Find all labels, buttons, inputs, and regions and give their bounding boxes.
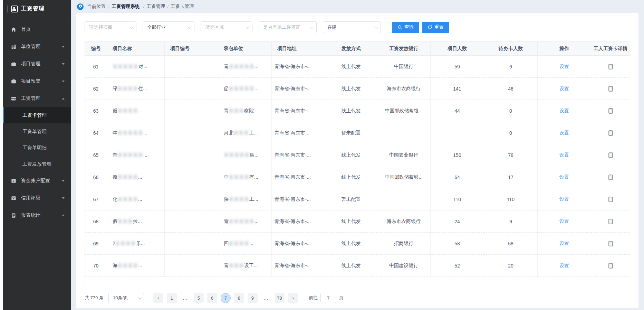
page-button-9[interactable]: 9 bbox=[248, 293, 258, 303]
sidebar-item-wage[interactable]: 工资管理 bbox=[3, 90, 71, 107]
breadcrumb-separator: / bbox=[143, 4, 145, 9]
sidebar-item-project[interactable]: 项目管理 bbox=[3, 55, 71, 73]
sidebar-item-credit[interactable]: 信用评级 bbox=[3, 189, 71, 207]
column-header: 工人工资卡详情 bbox=[591, 42, 630, 56]
cell-address: 青海省-海东市-... bbox=[272, 210, 325, 233]
sidebar-item-fund[interactable]: 资金账户配置 bbox=[3, 172, 71, 189]
cell-pending-cards: 6 bbox=[484, 56, 538, 78]
page-button-1[interactable]: 1 bbox=[167, 293, 177, 303]
page-button-78[interactable]: 78 bbox=[275, 293, 285, 303]
breadcrumb-item-1[interactable]: 工资管理 bbox=[146, 3, 165, 10]
breadcrumb-item-2[interactable]: 工资卡管理 bbox=[171, 3, 194, 10]
sidebar-item-report[interactable]: 报表统计 bbox=[3, 207, 71, 224]
caret-down-icon bbox=[62, 215, 65, 216]
breadcrumb-root[interactable]: 工资管理系统 bbox=[112, 3, 140, 10]
page-button-6[interactable]: 6 bbox=[207, 293, 217, 303]
sidebar-subitem[interactable]: 工资单明细 bbox=[3, 140, 71, 156]
wage-card-detail-icon[interactable] bbox=[608, 219, 613, 224]
wage-card-detail-icon[interactable] bbox=[608, 130, 613, 136]
sidebar-item-warning[interactable]: 项目预警 bbox=[3, 73, 71, 90]
page-button-5[interactable]: 5 bbox=[194, 293, 204, 303]
settings-link[interactable]: 设置 bbox=[559, 152, 569, 158]
cell-pending-cards: 0 bbox=[484, 100, 538, 122]
filter-select-2[interactable]: 全部行业 bbox=[143, 21, 194, 33]
sidebar-item-home[interactable]: 首页 bbox=[3, 21, 71, 38]
wage-card-detail-icon[interactable] bbox=[608, 86, 613, 92]
settings-link[interactable]: 设置 bbox=[559, 108, 569, 113]
settings-link[interactable]: 设置 bbox=[559, 196, 569, 202]
column-header: 项目地址 bbox=[272, 42, 325, 56]
wage-card-detail-icon[interactable] bbox=[608, 197, 613, 202]
cell-contractor-prefix: 四 bbox=[224, 241, 229, 246]
cell-action: 设置 bbox=[538, 233, 591, 255]
goto-page-input[interactable] bbox=[320, 293, 336, 303]
cell-project-name-redacted: 某某某 bbox=[117, 218, 133, 224]
cell-people-count: 58 bbox=[431, 233, 484, 255]
sidebar-subitem[interactable]: 工资单管理 bbox=[3, 123, 71, 140]
ellipsis-pages[interactable]: ... bbox=[180, 293, 190, 303]
cell-people-count: 110 bbox=[431, 188, 484, 210]
filter-select-4[interactable]: 是否有施工许可证 bbox=[259, 21, 317, 33]
filter-bar: 请选择项目全部行业所选区域是否有施工许可证在建 查询 重置 bbox=[85, 21, 630, 33]
breadcrumb-prefix: 当前位置： bbox=[87, 3, 110, 10]
cell-project-name-suffix: 对... bbox=[138, 64, 147, 69]
settings-link[interactable]: 设置 bbox=[559, 218, 569, 224]
sidebar-subitem[interactable]: 工资卡管理 bbox=[3, 107, 71, 123]
filter-select-3[interactable]: 所选区域 bbox=[201, 21, 252, 33]
column-header: 项目名称 bbox=[107, 42, 165, 56]
cell-contractor-redacted: 某某某某某 bbox=[229, 86, 254, 91]
cell-project-name: 青某某某某某... bbox=[107, 144, 165, 166]
sidebar-item-unit[interactable]: 单位管理 bbox=[3, 38, 71, 55]
page-button-8[interactable]: 8 bbox=[234, 293, 244, 303]
settings-link[interactable]: 设置 bbox=[559, 86, 569, 91]
caret-down-icon bbox=[62, 81, 65, 82]
column-header: 项目编号 bbox=[165, 42, 218, 56]
prev-page-button[interactable]: ‹ bbox=[153, 293, 163, 303]
cell-contractor-prefix: 青 bbox=[224, 108, 229, 113]
wage-card-detail-icon[interactable] bbox=[608, 152, 613, 158]
filter-select-1[interactable]: 请选择项目 bbox=[85, 21, 136, 33]
page-size-value: 10条/页 bbox=[113, 295, 128, 301]
wage-card-detail-icon[interactable] bbox=[608, 108, 613, 114]
search-button-label: 查询 bbox=[404, 24, 414, 30]
cell-project-name-suffix: 拉... bbox=[133, 218, 142, 224]
cell-project-name-redacted: 某某某某某 bbox=[117, 152, 143, 158]
cell-contractor-redacted: 某某某某 bbox=[229, 241, 249, 246]
ellipsis-pages[interactable]: ... bbox=[261, 293, 271, 303]
filter-select-5[interactable]: 在建 bbox=[323, 21, 381, 33]
wage-card-detail-icon[interactable] bbox=[608, 263, 613, 269]
cell-project-name-prefix: 海 bbox=[113, 263, 117, 268]
table-row: 65青某某某某某...某某某某某集...青海省-海东市-...线上代发中国农业银… bbox=[85, 144, 630, 166]
reset-button[interactable]: 重置 bbox=[422, 22, 449, 33]
cell-contractor-suffix: 设工... bbox=[244, 263, 258, 268]
next-page-button[interactable]: › bbox=[288, 293, 298, 303]
cell-pending-cards: 58 bbox=[484, 233, 538, 255]
cell-people-count bbox=[431, 122, 484, 144]
wage-card-detail-icon[interactable] bbox=[608, 241, 613, 246]
wage-card-detail-icon[interactable] bbox=[608, 175, 613, 180]
cell-contractor-prefix: 促 bbox=[224, 86, 229, 91]
chevron-down-icon bbox=[188, 25, 192, 29]
sidebar-subitem[interactable]: 工资发放管理 bbox=[3, 156, 71, 172]
page-button-7[interactable]: 7 bbox=[221, 293, 231, 303]
cell-project-name-suffix: 乐... bbox=[136, 241, 145, 246]
search-button[interactable]: 查询 bbox=[392, 22, 419, 33]
cell-bank bbox=[377, 188, 431, 210]
settings-link[interactable]: 设置 bbox=[559, 64, 569, 69]
cell-contractor-suffix: 工... bbox=[249, 196, 258, 202]
building-icon bbox=[10, 44, 17, 50]
cell-people-count: 52 bbox=[431, 255, 484, 277]
sidebar-subitem-label: 工资卡管理 bbox=[22, 112, 47, 119]
settings-link[interactable]: 设置 bbox=[559, 263, 569, 268]
settings-link[interactable]: 设置 bbox=[559, 241, 569, 246]
table-header-row: 编号项目名称项目编号承包单位项目地址发放方式工资发放银行项目人数待办卡人数操作工… bbox=[85, 42, 630, 56]
cell-action: 设置 bbox=[538, 100, 591, 122]
settings-link[interactable]: 设置 bbox=[559, 174, 569, 180]
filter-select-value: 请选择项目 bbox=[89, 24, 113, 30]
page-size-select[interactable]: 10条/页 bbox=[108, 293, 144, 303]
wage-card-detail-icon[interactable] bbox=[608, 64, 613, 69]
pagination-bar: 共 779 条 10条/页 ‹1...56789...78› 前往 页 bbox=[85, 293, 630, 303]
cell-contractor-redacted: 某某某 bbox=[233, 130, 249, 135]
cell-card-detail bbox=[591, 166, 630, 188]
settings-link[interactable]: 设置 bbox=[559, 130, 569, 135]
